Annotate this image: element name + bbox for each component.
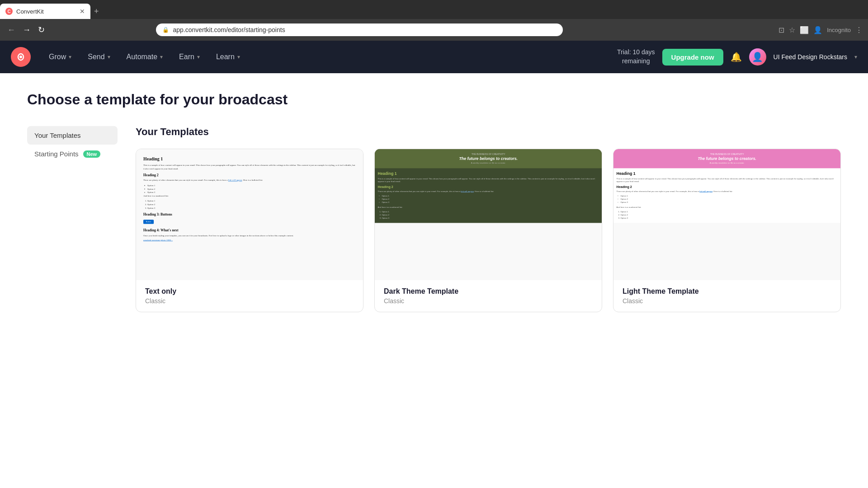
template-preview-dark-theme: THE BUSINESS OF CREATIVITY The future be…	[375, 149, 602, 280]
dark-header: THE BUSINESS OF CREATIVITY The future be…	[375, 149, 602, 168]
earn-chevron-icon: ▾	[197, 54, 200, 60]
templates-grid: Heading 1 This is a sample of how conten…	[136, 149, 841, 312]
dark-numbered-list: Option 1 Option 2 Option 3	[382, 211, 599, 220]
dark-heading1: Heading 1	[378, 171, 599, 176]
dark-theme-body: THE BUSINESS OF CREATIVITY The future be…	[375, 149, 602, 223]
starting-points-label: Starting Points	[34, 150, 79, 158]
light-list: Option 1 Option 2 Option 3	[620, 194, 837, 204]
nav-item-grow[interactable]: Grow ▾	[42, 49, 79, 65]
light-numbered-label: And here is a numbered list:	[617, 206, 838, 209]
templates-section-title: Your Templates	[136, 126, 841, 138]
light-para2: There are plenty of other elements that …	[617, 190, 838, 193]
template-preview-text-only: Heading 1 This is a sample of how conten…	[136, 149, 363, 280]
preview-button: Button	[143, 220, 154, 224]
nav-items: Grow ▾ Send ▾ Automate ▾ Earn ▾ Learn ▾	[42, 49, 247, 65]
template-info-dark-theme: Dark Theme Template Classic	[375, 280, 602, 312]
dark-numbered-label: And here is a numbered list:	[378, 206, 599, 209]
app-logo[interactable]	[11, 47, 31, 67]
template-info-text-only: Text only Classic	[136, 280, 363, 312]
dark-list: Option 1 Option 2 Option 3	[382, 194, 599, 204]
preview-numbered-label: And here is a numbered list:	[143, 194, 356, 197]
menu-icon[interactable]: ⋮	[855, 26, 863, 34]
template-type-dark-theme: Classic	[384, 297, 593, 305]
template-preview-light-theme: THE BUSINESS OF CREATIVITY The future be…	[613, 149, 840, 280]
light-header-sub2: A weekly newsletter on life as a creator…	[618, 162, 837, 164]
dark-heading2: Heading 2	[378, 185, 599, 189]
light-heading2: Heading 2	[617, 185, 838, 189]
page-title: Choose a template for your broadcast	[27, 91, 841, 108]
page-content: Choose a template for your broadcast You…	[0, 73, 868, 488]
nav-item-send[interactable]: Send ▾	[80, 49, 117, 65]
preview-heading3: Heading 3: Buttons	[143, 213, 356, 217]
new-badge: New	[83, 150, 101, 158]
template-type-light-theme: Classic	[623, 297, 831, 305]
sidebar-item-your-templates[interactable]: Your Templates	[27, 126, 118, 145]
forward-button[interactable]: →	[21, 23, 33, 37]
app-nav: Grow ▾ Send ▾ Automate ▾ Earn ▾ Learn ▾ …	[0, 41, 868, 73]
dark-header-sub: THE BUSINESS OF CREATIVITY	[379, 153, 598, 156]
template-name-light-theme: Light Theme Template	[623, 287, 831, 296]
trial-text: Trial: 10 days remaining	[617, 48, 655, 66]
dark-para2: There are plenty of other elements that …	[378, 190, 599, 193]
preview-heading4: Heading 4: What's next	[143, 229, 356, 233]
templates-main: Your Templates Heading 1 This is a sampl…	[136, 126, 841, 312]
learn-chevron-icon: ▾	[237, 54, 240, 60]
light-numbered-list: Option 1 Option 2 Option 3	[620, 211, 837, 220]
grow-chevron-icon: ▾	[69, 54, 71, 60]
preview-content-light: THE BUSINESS OF CREATIVITY The future be…	[613, 149, 840, 223]
preview-heading2: Heading 2	[143, 173, 356, 177]
template-sidebar: Your Templates Starting Points New	[27, 126, 118, 312]
window-icon[interactable]: ⬜	[800, 26, 809, 34]
dark-para1: This is a sample of how content will app…	[378, 177, 599, 183]
browser-action-icons: ⊡ ☆ ⬜ 👤 Incognito ⋮	[778, 26, 863, 34]
preview-para1: This is a sample of how content will app…	[143, 164, 356, 170]
cast-icon[interactable]: ⊡	[778, 26, 784, 34]
back-button[interactable]: ←	[5, 23, 17, 37]
nav-item-automate[interactable]: Automate ▾	[119, 49, 170, 65]
active-browser-tab[interactable]: C ConvertKit ✕	[0, 4, 90, 19]
logo-icon	[14, 51, 27, 63]
light-heading1: Heading 1	[617, 171, 838, 176]
bookmark-icon[interactable]: ☆	[789, 26, 795, 34]
preview-image-link: unsplash-premium-photo-1682...	[143, 239, 356, 242]
sidebar-item-starting-points[interactable]: Starting Points New	[27, 145, 118, 163]
new-tab-button[interactable]: +	[94, 7, 99, 16]
light-header-sub: THE BUSINESS OF CREATIVITY	[618, 153, 837, 156]
user-name: UI Feed Design Rockstars	[774, 53, 847, 61]
template-card-dark-theme[interactable]: THE BUSINESS OF CREATIVITY The future be…	[374, 149, 602, 312]
template-layout: Your Templates Starting Points New Your …	[27, 126, 841, 312]
dark-header-sub2: A weekly newsletter on life as a creator…	[379, 162, 598, 164]
automate-chevron-icon: ▾	[160, 54, 163, 60]
light-header-title: The future belongs to creators.	[618, 157, 837, 161]
nav-right: Trial: 10 days remaining Upgrade now 🔔 👤…	[617, 48, 857, 66]
template-name-text-only: Text only	[145, 287, 354, 296]
user-avatar[interactable]: 👤	[749, 48, 766, 66]
lock-icon: 🔒	[162, 27, 169, 33]
preview-heading1: Heading 1	[143, 156, 356, 162]
preview-para3: Once you finish styling your template, y…	[143, 234, 356, 237]
light-header: THE BUSINESS OF CREATIVITY The future be…	[613, 149, 840, 168]
profile-icon[interactable]: 👤	[813, 26, 822, 34]
template-name-dark-theme: Dark Theme Template	[384, 287, 593, 296]
dark-header-title: The future belongs to creators.	[379, 157, 598, 161]
tab-close-button[interactable]: ✕	[80, 8, 85, 15]
nav-item-earn[interactable]: Earn ▾	[172, 49, 207, 65]
preview-para2: There are plenty of other elements that …	[143, 179, 356, 182]
reload-button[interactable]: ↻	[36, 23, 47, 37]
nav-item-learn[interactable]: Learn ▾	[209, 49, 247, 65]
template-type-text-only: Classic	[145, 297, 354, 305]
svg-point-1	[19, 56, 22, 58]
tab-title: ConvertKit	[16, 8, 76, 15]
incognito-label: Incognito	[827, 27, 851, 33]
upgrade-button[interactable]: Upgrade now	[662, 49, 723, 66]
tab-favicon: C	[5, 8, 13, 15]
address-bar[interactable]: 🔒 app.convertkit.com/editor/starting-poi…	[156, 23, 563, 36]
notification-bell-icon[interactable]: 🔔	[731, 52, 742, 62]
browser-controls: ← → ↻ 🔒 app.convertkit.com/editor/starti…	[0, 19, 868, 41]
template-card-text-only[interactable]: Heading 1 This is a sample of how conten…	[136, 149, 363, 312]
browser-tabs-bar: C ConvertKit ✕ +	[0, 0, 868, 19]
user-menu-chevron-icon[interactable]: ▾	[854, 54, 857, 60]
preview-list: Option 1 Option 2 Option 3	[147, 183, 356, 194]
preview-content: Heading 1 This is a sample of how conten…	[143, 156, 356, 241]
template-card-light-theme[interactable]: THE BUSINESS OF CREATIVITY The future be…	[613, 149, 841, 312]
